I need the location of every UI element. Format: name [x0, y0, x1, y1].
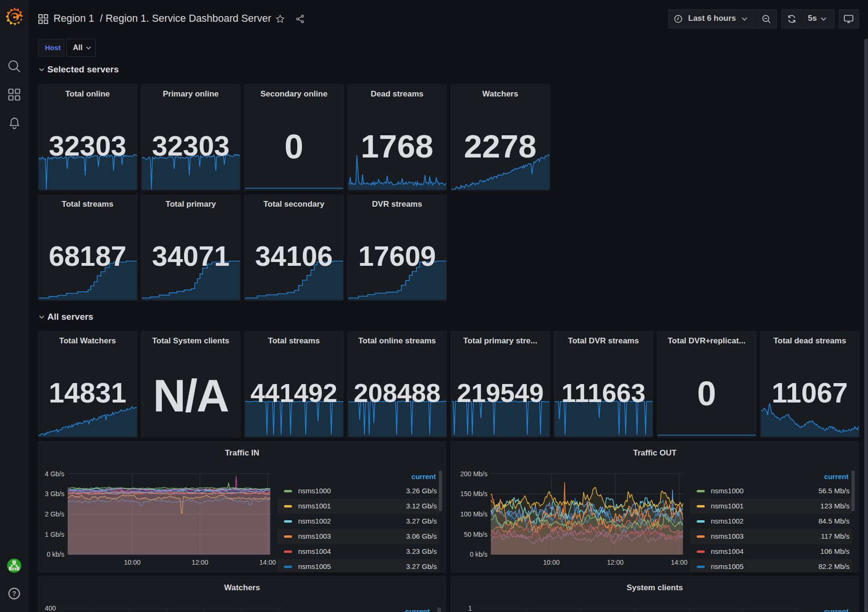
- svg-text:?: ?: [12, 590, 17, 597]
